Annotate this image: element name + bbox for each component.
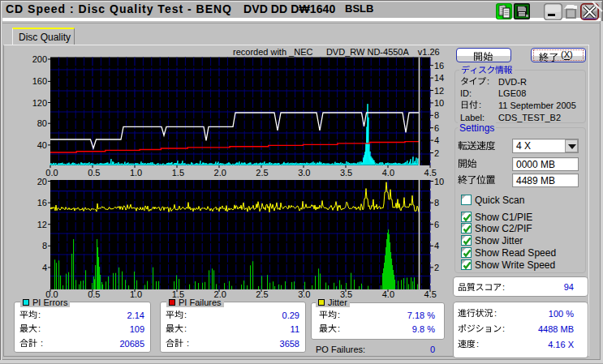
- svg-text:1.5: 1.5: [172, 168, 184, 178]
- svg-text:1.0: 1.0: [130, 168, 142, 178]
- svg-text:3.0: 3.0: [298, 168, 310, 178]
- svg-text:4: 4: [434, 135, 439, 145]
- svg-text:12: 12: [37, 220, 47, 229]
- svg-text:3.0: 3.0: [298, 289, 310, 299]
- svg-text:2.0: 2.0: [214, 168, 226, 178]
- svg-text:0.5: 0.5: [88, 168, 100, 178]
- svg-text:12: 12: [434, 86, 444, 96]
- svg-text:10: 10: [434, 98, 444, 108]
- svg-text:4: 4: [42, 263, 47, 272]
- svg-text:6: 6: [434, 123, 439, 133]
- svg-text:40: 40: [37, 140, 47, 150]
- svg-text:80: 80: [37, 118, 47, 128]
- svg-text:10: 10: [434, 177, 444, 186]
- svg-text:4: 4: [434, 241, 439, 251]
- svg-text:8: 8: [434, 198, 439, 208]
- svg-text:2: 2: [434, 148, 439, 158]
- svg-text:1.0: 1.0: [130, 289, 142, 299]
- svg-text:2.5: 2.5: [256, 168, 268, 178]
- svg-text:3.5: 3.5: [340, 168, 352, 178]
- svg-text:16: 16: [434, 61, 444, 71]
- svg-text:16: 16: [37, 198, 47, 208]
- svg-text:14: 14: [434, 73, 444, 83]
- svg-text:4.0: 4.0: [382, 168, 394, 178]
- svg-text:8: 8: [42, 241, 47, 251]
- svg-text:0.5: 0.5: [88, 289, 100, 299]
- svg-text:20: 20: [37, 177, 47, 186]
- svg-text:2.5: 2.5: [256, 289, 268, 299]
- svg-text:8: 8: [434, 110, 439, 120]
- svg-text:160: 160: [32, 76, 47, 86]
- svg-text:200: 200: [32, 54, 47, 64]
- svg-text:0.0: 0.0: [45, 168, 58, 178]
- svg-text:120: 120: [32, 98, 47, 108]
- svg-text:6: 6: [434, 220, 439, 229]
- svg-text:2: 2: [434, 263, 439, 272]
